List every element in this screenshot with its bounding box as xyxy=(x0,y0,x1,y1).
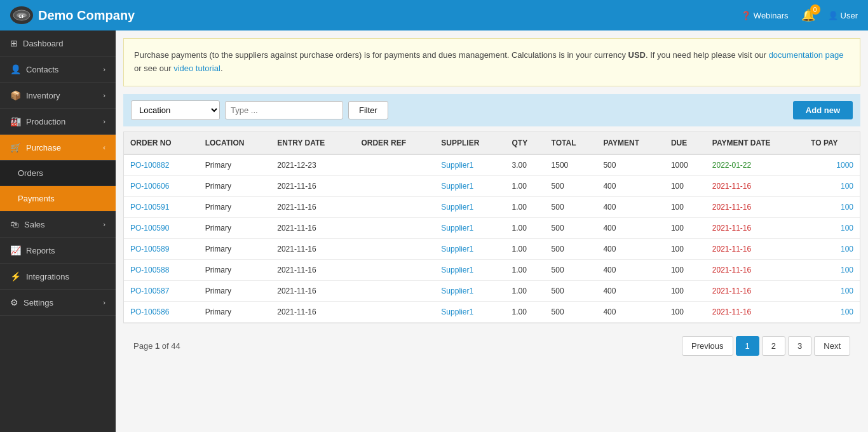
cell-to-pay: 100 xyxy=(804,238,860,259)
cell-payment: 400 xyxy=(597,259,665,280)
sidebar-item-purchase[interactable]: 🛒 Purchase ‹ xyxy=(0,135,116,161)
col-supplier: SUPPLIER xyxy=(435,132,505,154)
cell-payment: 400 xyxy=(597,175,665,196)
cell-to-pay: 100 xyxy=(804,301,860,322)
user-menu[interactable]: 👤 User xyxy=(828,11,858,20)
cell-total: 500 xyxy=(545,175,597,196)
chevron-right-icon: › xyxy=(103,118,105,125)
cell-due: 100 xyxy=(665,238,706,259)
cell-due: 100 xyxy=(665,259,706,280)
cell-order-ref xyxy=(355,175,435,196)
cell-to-pay: 100 xyxy=(804,280,860,301)
sidebar-item-orders[interactable]: Orders xyxy=(0,161,116,186)
add-new-button[interactable]: Add new xyxy=(793,101,853,119)
cell-entry-date: 2021-11-16 xyxy=(271,301,355,322)
cell-to-pay: 100 xyxy=(804,217,860,238)
cell-payment-date: 2021-11-16 xyxy=(706,217,804,238)
chevron-right-icon: › xyxy=(103,299,105,306)
page-2-button[interactable]: 2 xyxy=(762,336,785,356)
cell-order-ref xyxy=(355,301,435,322)
order-link[interactable]: PO-100591 xyxy=(130,203,169,212)
supplier-link[interactable]: Supplier1 xyxy=(441,307,473,316)
cell-qty: 1.00 xyxy=(506,217,545,238)
table-row: PO-100882 Primary 2021-12-23 Supplier1 3… xyxy=(124,154,860,176)
sidebar-item-reports[interactable]: 📈 Reports xyxy=(0,238,116,264)
cell-qty: 1.00 xyxy=(506,196,545,217)
order-link[interactable]: PO-100606 xyxy=(130,182,169,191)
cell-due: 1000 xyxy=(665,154,706,176)
contacts-icon: 👤 xyxy=(10,64,21,74)
order-link[interactable]: PO-100587 xyxy=(130,287,169,295)
supplier-link[interactable]: Supplier1 xyxy=(441,182,473,191)
cell-location: Primary xyxy=(199,175,271,196)
notification-bell[interactable]: 🔔 0 xyxy=(801,8,815,22)
payments-table: ORDER NO LOCATION ENTRY DATE ORDER REF S… xyxy=(124,132,860,323)
sidebar-item-contacts[interactable]: 👤 Contacts › xyxy=(0,57,116,83)
supplier-link[interactable]: Supplier1 xyxy=(441,224,473,233)
sidebar-item-settings[interactable]: ⚙ Settings › xyxy=(0,290,116,316)
location-filter[interactable]: Location Primary Secondary xyxy=(131,100,220,120)
col-location: LOCATION xyxy=(199,132,271,154)
webinars-link[interactable]: ❓ Webinars xyxy=(741,11,789,20)
order-link[interactable]: PO-100882 xyxy=(130,161,169,170)
order-link[interactable]: PO-100590 xyxy=(130,224,169,233)
cell-order-ref xyxy=(355,259,435,280)
supplier-link[interactable]: Supplier1 xyxy=(441,287,473,295)
cell-entry-date: 2021-11-16 xyxy=(271,259,355,280)
cell-order-no: PO-100589 xyxy=(124,238,199,259)
cell-payment-date: 2021-11-16 xyxy=(706,238,804,259)
chevron-right-icon: › xyxy=(103,220,105,228)
production-icon: 🏭 xyxy=(10,116,21,126)
question-icon: ❓ xyxy=(741,11,751,20)
sidebar-item-payments[interactable]: Payments xyxy=(0,186,116,212)
cell-total: 500 xyxy=(545,217,597,238)
col-entry-date: ENTRY DATE xyxy=(271,132,355,154)
video-link[interactable]: video tutorial xyxy=(173,64,220,73)
table-row: PO-100606 Primary 2021-11-16 Supplier1 1… xyxy=(124,175,860,196)
cell-order-ref xyxy=(355,217,435,238)
cell-payment-date: 2021-11-16 xyxy=(706,175,804,196)
cell-payment: 400 xyxy=(597,196,665,217)
doc-link[interactable]: documentation page xyxy=(769,50,844,60)
cell-supplier: Supplier1 xyxy=(435,217,505,238)
previous-button[interactable]: Previous xyxy=(682,336,733,356)
page-1-button[interactable]: 1 xyxy=(736,336,759,356)
order-link[interactable]: PO-100586 xyxy=(130,307,169,316)
cell-entry-date: 2021-11-16 xyxy=(271,238,355,259)
cell-order-ref xyxy=(355,280,435,301)
inventory-icon: 📦 xyxy=(10,90,21,100)
sidebar-item-inventory[interactable]: 📦 Inventory › xyxy=(0,83,116,109)
sidebar-item-sales[interactable]: 🛍 Sales › xyxy=(0,212,116,238)
supplier-link[interactable]: Supplier1 xyxy=(441,266,473,274)
svg-text:CF: CF xyxy=(18,14,25,18)
filter-button[interactable]: Filter xyxy=(348,101,388,119)
sidebar-item-integrations[interactable]: ⚡ Integrations xyxy=(0,264,116,290)
col-total: TOTAL xyxy=(545,132,597,154)
order-link[interactable]: PO-100589 xyxy=(130,245,169,253)
company-logo: CF xyxy=(10,6,33,24)
page-3-button[interactable]: 3 xyxy=(788,336,811,356)
cell-qty: 1.00 xyxy=(506,259,545,280)
cell-supplier: Supplier1 xyxy=(435,259,505,280)
cell-order-no: PO-100606 xyxy=(124,175,199,196)
user-icon: 👤 xyxy=(828,11,838,20)
supplier-link[interactable]: Supplier1 xyxy=(441,245,473,253)
cell-payment: 500 xyxy=(597,154,665,176)
supplier-link[interactable]: Supplier1 xyxy=(441,203,473,212)
col-order-no: ORDER NO xyxy=(124,132,199,154)
col-qty: QTY xyxy=(506,132,545,154)
cell-order-ref xyxy=(355,196,435,217)
main-layout: ⊞ Dashboard 👤 Contacts › 📦 Inventory › 🏭… xyxy=(0,30,868,432)
supplier-link[interactable]: Supplier1 xyxy=(441,161,473,170)
cell-supplier: Supplier1 xyxy=(435,238,505,259)
sidebar-item-production[interactable]: 🏭 Production › xyxy=(0,109,116,135)
order-link[interactable]: PO-100588 xyxy=(130,266,169,274)
cell-to-pay: 100 xyxy=(804,196,860,217)
total-pages: 44 xyxy=(171,341,180,351)
table-header-row: ORDER NO LOCATION ENTRY DATE ORDER REF S… xyxy=(124,132,860,154)
next-button[interactable]: Next xyxy=(814,336,850,356)
cell-entry-date: 2021-11-16 xyxy=(271,217,355,238)
type-filter-input[interactable] xyxy=(225,101,343,119)
cell-location: Primary xyxy=(199,217,271,238)
sidebar-item-dashboard[interactable]: ⊞ Dashboard xyxy=(0,30,116,57)
